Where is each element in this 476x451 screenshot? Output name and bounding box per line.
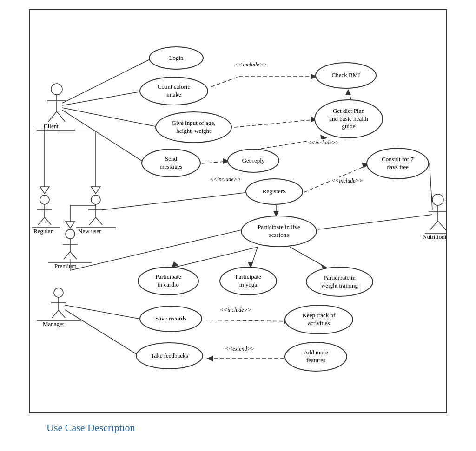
arrow-label-extend1: <<extend>> — [224, 346, 256, 353]
usecase-participate-yoga-label: Participatein yoga — [235, 273, 261, 289]
svg-point-0 — [51, 84, 62, 95]
actor-client-label: Client — [44, 123, 59, 130]
usecase-check-bmi: Check BMI — [315, 62, 377, 89]
svg-point-15 — [66, 229, 75, 239]
actor-newuser-label: New user — [78, 228, 101, 235]
usecase-get-diet-label: Get diet Planand basic healthguide — [329, 107, 368, 131]
svg-point-5 — [40, 195, 49, 204]
svg-marker-37 — [66, 222, 75, 228]
usecase-get-reply-label: Get reply — [242, 157, 265, 165]
svg-line-24 — [59, 310, 65, 318]
arrow-label-include5: <<include>> — [219, 307, 252, 314]
svg-line-69 — [290, 247, 327, 268]
svg-line-18 — [64, 252, 70, 259]
usecase-give-input: Give input of age,height, weight — [155, 111, 232, 143]
svg-point-20 — [54, 288, 63, 297]
svg-point-25 — [432, 194, 443, 205]
svg-line-14 — [96, 217, 102, 225]
usecase-consult-label: Consult for 7days free — [382, 156, 414, 171]
actor-regular-label: Regular — [33, 228, 53, 235]
usecase-participate-weight-label: Participate inweight training — [321, 274, 358, 290]
usecase-get-diet: Get diet Planand basic healthguide — [314, 99, 383, 138]
usecase-save-records-label: Save records — [155, 315, 186, 323]
usecase-participate-cardio-label: Participatein cardio — [155, 273, 181, 289]
svg-line-45 — [211, 77, 239, 87]
usecase-count-calorie: Count calorieintake — [139, 77, 208, 105]
svg-line-9 — [45, 217, 51, 225]
usecase-count-calorie-label: Count calorieintake — [158, 83, 190, 99]
usecase-keep-track: Keep track ofactivities — [284, 305, 353, 334]
svg-line-28 — [430, 221, 438, 230]
svg-line-41 — [62, 59, 151, 103]
usecase-give-input-label: Give input of age,height, weight — [172, 119, 216, 135]
usecase-registers: RegisterS — [245, 178, 303, 205]
svg-point-10 — [91, 195, 100, 204]
svg-line-65 — [172, 247, 258, 268]
svg-line-3 — [48, 111, 57, 122]
svg-line-67 — [251, 247, 258, 268]
usecase-login-label: Login — [169, 54, 183, 62]
svg-line-42 — [62, 92, 141, 105]
svg-line-56 — [102, 192, 248, 210]
usecase-participate-weight: Participate inweight training — [306, 267, 373, 297]
usecase-participate-cardio: Participatein cardio — [138, 267, 199, 295]
actor-regular: Regular — [33, 228, 53, 235]
svg-line-43 — [62, 108, 160, 127]
actor-premium-label: Premium — [54, 262, 77, 270]
page-container: Client Regular New user Premium Manager … — [0, 0, 476, 443]
use-case-description-heading: Use Case Description — [46, 422, 457, 434]
svg-marker-30 — [40, 187, 49, 194]
arrow-label-include1: <<include>> — [234, 61, 268, 68]
usecase-check-bmi-label: Check BMI — [331, 72, 360, 79]
usecase-consult: Consult for 7days free — [366, 148, 429, 179]
svg-line-74 — [65, 310, 141, 357]
usecase-add-features-label: Add morefeatures — [304, 349, 328, 365]
svg-line-48 — [234, 119, 318, 127]
usecase-participate-yoga: Participatein yoga — [219, 267, 277, 295]
usecase-registers-label: RegisterS — [263, 188, 286, 196]
usecase-take-feedbacks: Take feedbacks — [136, 342, 203, 369]
svg-line-72 — [206, 320, 290, 321]
arrow-label-include3: <<include>> — [307, 139, 340, 146]
usecase-get-reply: Get reply — [227, 149, 279, 173]
arrow-label-include2: <<include>> — [209, 176, 242, 183]
svg-line-29 — [438, 221, 446, 230]
svg-marker-51 — [345, 89, 351, 95]
usecase-take-feedbacks-label: Take feedbacks — [151, 352, 188, 360]
svg-line-44 — [62, 110, 146, 163]
svg-line-23 — [52, 310, 59, 318]
actor-manager: Manager — [43, 320, 64, 328]
svg-line-19 — [70, 252, 77, 259]
svg-line-62 — [70, 229, 244, 270]
actor-manager-label: Manager — [43, 320, 64, 328]
usecase-keep-track-label: Keep track ofactivities — [303, 312, 336, 327]
usecase-participate-live: Participate in livesessions — [241, 216, 317, 247]
usecase-send-messages: Sendmessages — [141, 149, 201, 177]
usecase-participate-live-label: Participate in livesessions — [258, 223, 300, 239]
usecase-send-messages-label: Sendmessages — [159, 155, 182, 171]
actor-client: Client — [44, 123, 59, 130]
actor-newuser: New user — [78, 228, 101, 235]
svg-marker-34 — [91, 187, 100, 194]
actor-nutritionist-label: Nutritionist — [423, 233, 447, 241]
actor-premium: Premium — [54, 262, 77, 270]
usecase-login: Login — [149, 46, 204, 70]
svg-line-52 — [202, 161, 230, 163]
usecase-save-records: Save records — [139, 306, 202, 332]
svg-line-59 — [430, 163, 432, 210]
svg-line-4 — [57, 111, 65, 122]
arrow-label-include4: <<include>> — [331, 177, 364, 184]
svg-line-60 — [318, 215, 432, 229]
svg-marker-76 — [206, 356, 213, 361]
actor-nutritionist: Nutritionist — [423, 233, 447, 241]
diagram-area: Client Regular New user Premium Manager … — [29, 9, 447, 413]
usecase-add-features: Add morefeatures — [284, 342, 347, 372]
svg-line-13 — [89, 217, 96, 225]
svg-line-8 — [38, 217, 45, 225]
svg-line-71 — [65, 305, 146, 320]
